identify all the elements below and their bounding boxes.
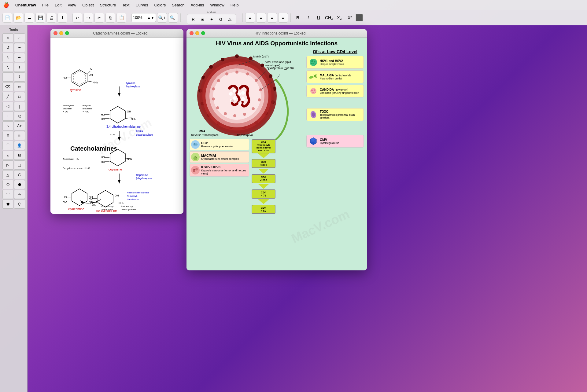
multi-tool[interactable]: ⊡ xyxy=(14,151,25,160)
addins-star-btn[interactable]: ✦ xyxy=(207,15,216,24)
wedge-tool[interactable]: ◁ xyxy=(2,102,13,111)
curve2-tool[interactable]: ⌒ xyxy=(2,141,13,150)
addins-menu[interactable]: Add-ins xyxy=(187,0,207,10)
chain-tool[interactable]: ⌇ xyxy=(14,72,25,82)
apple-menu[interactable]: 🍎 xyxy=(0,2,12,8)
person-tool[interactable]: 👤 xyxy=(14,141,25,150)
addins-g-btn[interactable]: G xyxy=(216,15,225,24)
line-tool[interactable]: ╲ xyxy=(2,63,13,72)
ring-tool[interactable]: ◎ xyxy=(14,112,25,121)
curves-menu[interactable]: Curves xyxy=(132,0,151,10)
svg-point-152 xyxy=(315,92,316,93)
paste-btn[interactable]: 📋 xyxy=(116,13,126,23)
svg-point-106 xyxy=(216,106,219,109)
arrow-tool[interactable]: ↖ xyxy=(2,53,13,62)
color-swatch[interactable] xyxy=(356,14,363,21)
addins-flower-btn[interactable]: ❀ xyxy=(198,15,207,24)
curve-tool[interactable]: 〜 xyxy=(14,43,25,52)
print-btn[interactable]: 🖨 xyxy=(46,13,56,23)
object-menu[interactable]: Object xyxy=(79,0,97,10)
play-tool[interactable]: ▷ xyxy=(2,160,13,170)
svg-point-116 xyxy=(241,91,245,95)
undo-btn[interactable]: ↩ xyxy=(72,13,82,23)
kshv-icon xyxy=(191,166,200,174)
kshv-sub: Kaposi's sarcoma (tumor and herpes virus… xyxy=(201,169,248,175)
help-btn[interactable]: ℹ xyxy=(57,13,67,23)
tri-tool[interactable]: △ xyxy=(2,170,13,179)
view-menu[interactable]: View xyxy=(65,0,79,10)
structure-menu[interactable]: Structure xyxy=(97,0,119,10)
hex-tool[interactable]: ⬡ xyxy=(14,170,25,179)
bond2-tool[interactable]: ╱ xyxy=(2,92,13,101)
window-menu[interactable]: Window xyxy=(207,0,227,10)
subscript-label-btn[interactable]: CH₂ xyxy=(324,13,334,22)
save-btn[interactable]: 💾 xyxy=(35,13,45,23)
align-center-btn[interactable]: ≡ xyxy=(256,13,266,23)
copy-btn[interactable]: ⎘ xyxy=(105,13,115,23)
search-menu[interactable]: Search xyxy=(169,0,187,10)
svg-text:O: O xyxy=(90,67,92,70)
analysis-tool[interactable]: ⟁ xyxy=(2,151,13,160)
bond-tool[interactable]: — xyxy=(2,72,13,82)
wave-tool[interactable]: ∿ xyxy=(2,121,13,130)
dash-tool[interactable]: ⁞ xyxy=(2,112,13,121)
new-btn[interactable]: 📄 xyxy=(2,13,12,23)
addins-label: Add-ins xyxy=(207,11,216,14)
select-tool[interactable]: ○ xyxy=(2,33,13,42)
node-tool[interactable]: ∞ xyxy=(14,82,25,91)
edit-menu[interactable]: Edit xyxy=(52,0,65,10)
wave3-tool[interactable]: ∿ xyxy=(14,190,25,199)
svg-point-76 xyxy=(249,57,253,60)
marquee-tool[interactable]: ⌐ xyxy=(14,33,25,42)
text-menu[interactable]: Text xyxy=(119,0,133,10)
file-menu[interactable]: File xyxy=(39,0,52,10)
resize-text-tool[interactable]: A+ xyxy=(14,121,25,130)
hsv-card: HSV1 and HSV2 Herpes simplex virus xyxy=(306,56,364,69)
addins-warn-btn[interactable]: ⚠ xyxy=(226,15,234,24)
rect-tool[interactable]: □ xyxy=(14,92,25,101)
zoom-value: 100% xyxy=(133,16,142,20)
bracket-tool[interactable]: [ xyxy=(14,102,25,111)
ring6-tool[interactable]: ⬢ xyxy=(14,180,25,189)
italic-btn[interactable]: I xyxy=(304,13,313,22)
help-menu[interactable]: Help xyxy=(227,0,242,10)
cloud-btn[interactable]: ☁ xyxy=(24,13,34,23)
grid-tool[interactable]: ⊞ xyxy=(2,131,13,140)
redo-btn[interactable]: ↪ xyxy=(83,13,93,23)
svg-text:NH₂: NH₂ xyxy=(127,157,132,160)
zoom-in-btn[interactable]: 🔍+ xyxy=(157,13,167,23)
zoom-select[interactable]: 100% ▲▼ xyxy=(131,13,156,22)
text-tool[interactable]: T xyxy=(14,63,25,72)
cmv-name: CMV xyxy=(320,138,339,141)
square-tool[interactable]: ▢ xyxy=(14,160,25,170)
hiv-close-btn[interactable] xyxy=(190,31,194,35)
underline-btn[interactable]: U xyxy=(314,13,323,22)
colors-menu[interactable]: Colors xyxy=(151,0,169,10)
catecholamines-close-btn[interactable] xyxy=(54,31,57,35)
zoom-out-btn[interactable]: 🔍- xyxy=(168,13,178,23)
tool-row-2: ↺ 〜 xyxy=(2,43,25,52)
subscript-btn[interactable]: X₂ xyxy=(335,13,344,22)
ring5-tool[interactable]: ⬠ xyxy=(2,180,13,189)
penta-tool[interactable]: ⬟ xyxy=(2,200,13,209)
eraser-tool[interactable]: ⌫ xyxy=(2,82,13,91)
toxo-sub: Toxoplasmosis protozoal brain infection xyxy=(320,113,362,119)
wave2-tool[interactable]: 〰 xyxy=(2,190,13,199)
addins-r-btn[interactable]: R xyxy=(189,15,198,24)
pen-tool[interactable]: ✒ xyxy=(14,53,25,62)
dotgrid-tool[interactable]: ⠿ xyxy=(14,131,25,140)
lasso-tool[interactable]: ↺ xyxy=(2,43,13,52)
open-btn[interactable]: 📂 xyxy=(13,13,23,23)
app-name[interactable]: ChemDraw xyxy=(12,0,39,10)
svg-point-77 xyxy=(260,64,264,67)
hiv-content: HIV Virus and AIDS Opportunistic Infecti… xyxy=(186,38,367,270)
bold-btn[interactable]: B xyxy=(293,13,302,22)
hexa-tool[interactable]: ⬡ xyxy=(14,200,25,209)
align-justify-btn[interactable]: ≡ xyxy=(278,13,288,23)
align-left-btn[interactable]: ≡ xyxy=(245,13,255,23)
align-right-btn[interactable]: ≡ xyxy=(267,13,277,23)
cd4-normal-box: CD4 lymphocytenormal level800 - 1200 xyxy=(252,139,275,153)
superscript-btn[interactable]: X² xyxy=(345,13,354,22)
svg-text:Phenylethanolamine-: Phenylethanolamine- xyxy=(127,191,150,194)
cut-btn[interactable]: ✂ xyxy=(94,13,104,23)
